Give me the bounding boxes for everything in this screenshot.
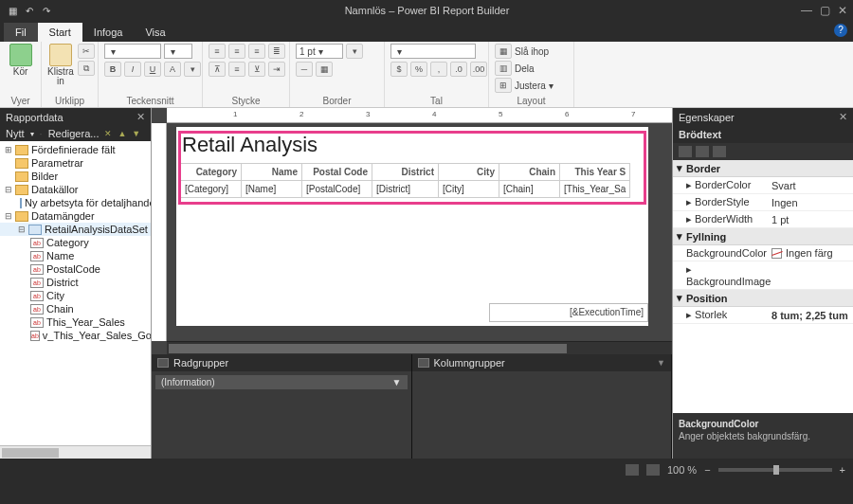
report-tablix[interactable]: Category Name Postal Code District City … bbox=[180, 163, 630, 198]
italic-button[interactable]: I bbox=[124, 62, 141, 77]
undo-icon[interactable]: ↶ bbox=[23, 4, 36, 17]
bold-button[interactable]: B bbox=[104, 62, 121, 77]
currency-icon[interactable]: $ bbox=[390, 62, 408, 77]
report-data-tree[interactable]: ⊞Fördefinierade fält Parametrar Bilder ⊟… bbox=[0, 141, 151, 445]
tab-insert[interactable]: Infoga bbox=[82, 23, 135, 42]
properties-panel: Egenskaper ✕ Brödtext ▾Border ▸ BorderCo… bbox=[673, 108, 853, 459]
group-label-clipboard: Urklipp bbox=[47, 95, 92, 106]
align-right-icon[interactable]: ≡ bbox=[248, 44, 265, 59]
prop-pages-icon[interactable] bbox=[713, 146, 726, 157]
chevron-down-icon[interactable]: ▼ bbox=[392, 377, 402, 387]
cell[interactable]: [Chain] bbox=[499, 181, 560, 198]
run-button[interactable]: Kör bbox=[6, 44, 35, 77]
cell[interactable]: [PostalCode] bbox=[302, 181, 372, 198]
close-button[interactable]: ✕ bbox=[838, 4, 847, 17]
zoom-slider[interactable] bbox=[718, 468, 832, 472]
col-header[interactable]: Name bbox=[242, 164, 302, 181]
thousands-icon[interactable]: , bbox=[430, 62, 447, 77]
expand-icon[interactable]: ▾ bbox=[677, 292, 682, 304]
col-header[interactable]: This Year S bbox=[560, 164, 630, 181]
align-left-icon[interactable]: ≡ bbox=[209, 44, 226, 59]
folder-icon bbox=[15, 158, 28, 169]
cell[interactable]: [Category] bbox=[181, 181, 242, 198]
design-canvas[interactable]: Retail Analysis Category Name Postal Cod… bbox=[167, 123, 672, 341]
expand-icon[interactable]: ▾ bbox=[677, 230, 682, 243]
border-width-combo[interactable]: 1 pt ▾ bbox=[296, 44, 343, 59]
expand-icon[interactable]: ▾ bbox=[677, 162, 682, 174]
border-color-icon[interactable]: ▾ bbox=[346, 44, 363, 59]
zoom-label: 100 % bbox=[667, 464, 697, 476]
row-group-item[interactable]: (Information) ▼ bbox=[155, 375, 408, 389]
canvas-hscroll[interactable] bbox=[167, 341, 672, 354]
view-design-icon[interactable] bbox=[626, 464, 639, 476]
report-data-close-icon[interactable]: ✕ bbox=[136, 111, 145, 123]
align-icon[interactable]: ⊞ bbox=[495, 78, 512, 93]
tab-view[interactable]: Visa bbox=[134, 23, 176, 42]
col-header[interactable]: City bbox=[439, 164, 499, 181]
indent-icon[interactable]: ⇥ bbox=[268, 62, 285, 77]
dec-inc-icon[interactable]: .0 bbox=[450, 62, 467, 77]
field-icon: ab bbox=[30, 331, 40, 341]
maximize-button[interactable]: ▢ bbox=[820, 4, 830, 17]
minimize-button[interactable]: — bbox=[801, 4, 812, 17]
paste-button[interactable]: Klistra in bbox=[47, 44, 74, 86]
property-description: BackgroundColor Anger objektets bakgrund… bbox=[673, 413, 853, 459]
number-format-combo[interactable]: ▾ bbox=[390, 44, 476, 59]
col-header[interactable]: Postal Code bbox=[302, 164, 372, 181]
delete-icon[interactable]: ✕ bbox=[104, 129, 112, 138]
prop-alpha-icon[interactable] bbox=[696, 146, 709, 157]
border-preset-icon[interactable]: ▦ bbox=[316, 62, 333, 77]
tab-start[interactable]: Start bbox=[38, 23, 82, 42]
bullets-icon[interactable]: ≣ bbox=[268, 44, 285, 59]
split-icon[interactable]: ▥ bbox=[495, 61, 512, 76]
col-header[interactable]: Category bbox=[181, 164, 242, 181]
percent-icon[interactable]: % bbox=[410, 62, 427, 77]
vertical-ruler bbox=[152, 123, 167, 341]
report-data-hscroll[interactable] bbox=[0, 445, 151, 459]
cell[interactable]: [This_Year_Sa bbox=[560, 181, 630, 198]
font-color-button[interactable]: A bbox=[164, 62, 181, 77]
report-data-new[interactable]: Nytt bbox=[6, 128, 25, 139]
border-style-icon[interactable]: ─ bbox=[296, 62, 313, 77]
report-data-edit[interactable]: Redigera... bbox=[48, 128, 100, 139]
merge-icon[interactable]: ▦ bbox=[495, 44, 512, 59]
group-pane-menu-icon[interactable]: ▼ bbox=[657, 358, 665, 368]
fill-color-button[interactable]: ▾ bbox=[184, 62, 201, 77]
group-label-paragraph: Stycke bbox=[209, 95, 283, 106]
properties-grid[interactable]: ▾Border ▸ BorderColorSvart ▸ BorderStyle… bbox=[673, 160, 853, 413]
move-up-icon[interactable]: ▲ bbox=[118, 129, 126, 138]
move-down-icon[interactable]: ▼ bbox=[132, 129, 140, 138]
view-preview-icon[interactable] bbox=[646, 464, 660, 476]
ribbon: Kör Vyer Klistra in ✂ ⧉ Urklipp ▾ ▾ B bbox=[0, 42, 853, 108]
clipboard-icon bbox=[49, 44, 72, 66]
help-icon[interactable]: ? bbox=[834, 24, 847, 37]
cell[interactable]: [Name] bbox=[242, 181, 302, 198]
field-icon: ab bbox=[30, 238, 44, 248]
copy-icon[interactable]: ⧉ bbox=[78, 61, 95, 76]
underline-button[interactable]: U bbox=[144, 62, 161, 77]
align-center-icon[interactable]: ≡ bbox=[228, 44, 245, 59]
cut-icon[interactable]: ✂ bbox=[78, 44, 95, 59]
tab-file[interactable]: Fil bbox=[4, 23, 38, 42]
zoom-in-icon[interactable]: + bbox=[840, 464, 845, 476]
col-header[interactable]: District bbox=[372, 164, 439, 181]
dataset-icon bbox=[28, 225, 42, 235]
font-family-combo[interactable]: ▾ bbox=[104, 44, 161, 59]
valign-mid-icon[interactable]: ≡ bbox=[228, 62, 245, 77]
dec-dec-icon[interactable]: .00 bbox=[470, 62, 487, 77]
properties-close-icon[interactable]: ✕ bbox=[839, 111, 847, 123]
field-icon: ab bbox=[30, 278, 44, 288]
valign-top-icon[interactable]: ⊼ bbox=[209, 62, 226, 77]
cell[interactable]: [City] bbox=[439, 181, 499, 198]
prop-categorized-icon[interactable] bbox=[679, 146, 692, 157]
execution-time-box[interactable]: [&ExecutionTime] bbox=[489, 303, 648, 322]
redo-icon[interactable]: ↷ bbox=[40, 4, 53, 17]
report-body[interactable]: Retail Analysis Category Name Postal Cod… bbox=[176, 127, 648, 326]
cell[interactable]: [District] bbox=[372, 181, 439, 198]
field-icon: ab bbox=[30, 264, 44, 275]
zoom-out-icon[interactable]: − bbox=[704, 464, 710, 476]
col-header[interactable]: Chain bbox=[499, 164, 560, 181]
valign-bot-icon[interactable]: ⊻ bbox=[248, 62, 265, 77]
report-title[interactable]: Retail Analysis bbox=[182, 133, 318, 157]
font-size-combo[interactable]: ▾ bbox=[164, 44, 192, 59]
